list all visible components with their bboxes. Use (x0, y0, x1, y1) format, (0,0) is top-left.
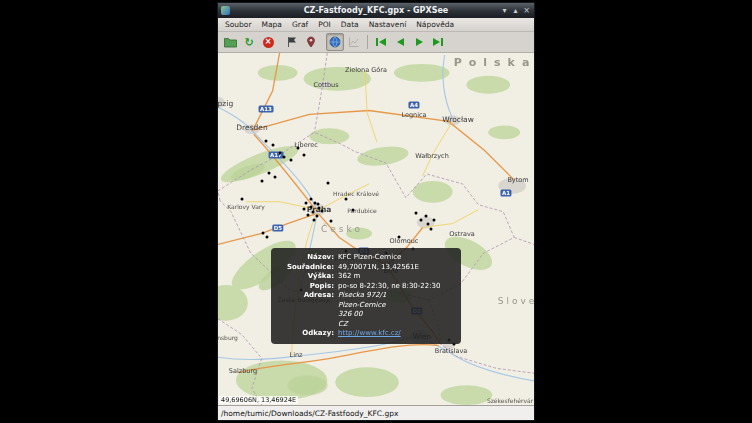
titlebar[interactable]: CZ-Fastfoody_KFC.gpx - GPXSee ▾ ▴ × (218, 3, 534, 18)
poi-marker[interactable] (265, 140, 268, 143)
road-shield: A1 (500, 190, 511, 197)
tooltip-name-label: Název: (278, 253, 334, 263)
poi-marker[interactable] (310, 198, 313, 201)
next-file-icon (416, 38, 423, 46)
address-line: 326 00 (338, 310, 454, 320)
poi-marker[interactable] (272, 144, 275, 147)
maximize-button[interactable]: ▴ (511, 6, 520, 16)
show-graphs-button[interactable] (345, 33, 363, 51)
kfc-website-link[interactable]: http://www.kfc.cz/ (338, 329, 401, 337)
minimize-button[interactable]: ▾ (500, 6, 509, 16)
poi-marker[interactable] (352, 209, 355, 212)
tooltip-elevation-value: 362 m (338, 272, 454, 282)
close-button[interactable]: × (522, 6, 531, 16)
poi-marker[interactable] (297, 147, 300, 150)
poi-marker[interactable] (345, 198, 348, 201)
poi-marker[interactable] (327, 182, 330, 185)
last-file-button[interactable] (429, 33, 447, 51)
gpxsee-window: CZ-Fastfoody_KFC.gpx - GPXSee ▾ ▴ × Soub… (217, 2, 535, 421)
open-file-button[interactable] (221, 33, 239, 51)
poi-marker[interactable] (261, 180, 264, 183)
poi-marker[interactable] (330, 220, 333, 223)
map-viewport[interactable]: LeipzigCottbusZielona GóraDresdenLegnica… (218, 53, 534, 405)
tooltip-address-value: Pisecka 972/1 Plzen-Cernice 326 00 CZ (338, 291, 454, 329)
poi-marker[interactable] (266, 236, 269, 239)
poi-pin-icon (305, 33, 317, 52)
reload-icon: ↻ (244, 37, 253, 48)
map-city-label: Legnica (401, 111, 426, 119)
poi-marker[interactable] (317, 203, 320, 206)
previous-file-icon (397, 38, 404, 46)
menu-napoveda[interactable]: Nápověda (411, 18, 459, 31)
map-city-label: Wrocław (442, 115, 474, 124)
map-city-label: Wałbrzych (415, 152, 449, 160)
window-buttons: ▾ ▴ × (500, 6, 534, 16)
poi-marker[interactable] (305, 202, 308, 205)
road-shield: A4 (408, 102, 419, 109)
map-city-label: Hradec Králové (333, 190, 379, 197)
overlap-poi-button[interactable] (302, 33, 320, 51)
poi-marker[interactable] (268, 172, 271, 175)
menu-mapa[interactable]: Mapa (257, 18, 287, 31)
poi-flag-icon (286, 33, 298, 52)
poi-marker[interactable] (398, 236, 401, 239)
map-city-label: Karlovy Vary (227, 203, 265, 210)
poi-marker[interactable] (321, 210, 324, 213)
tooltip-links-label: Odkazy: (278, 329, 334, 339)
poi-marker[interactable] (241, 198, 244, 201)
poi-marker[interactable] (313, 219, 316, 222)
next-file-button[interactable] (410, 33, 428, 51)
graph-icon (348, 33, 360, 52)
poi-marker[interactable] (283, 156, 286, 159)
map-city-label: Bratislava (435, 347, 467, 355)
menu-data[interactable]: Data (336, 18, 364, 31)
map-city-label: Zielona Góra (345, 66, 387, 74)
previous-file-button[interactable] (391, 33, 409, 51)
close-file-button[interactable]: × (259, 33, 277, 51)
poi-marker[interactable] (279, 152, 282, 155)
road-shield: A13 (259, 106, 274, 113)
map-city-label: Regensburg (218, 334, 238, 341)
poi-marker[interactable] (430, 228, 433, 231)
menu-soubor[interactable]: Soubor (220, 18, 257, 31)
poi-marker[interactable] (415, 212, 418, 215)
tooltip-address-label: Adresa: (278, 291, 334, 329)
menu-graf[interactable]: Graf (287, 18, 313, 31)
poi-marker[interactable] (307, 214, 310, 217)
poi-marker[interactable] (312, 211, 315, 214)
poi-marker[interactable] (303, 154, 306, 157)
reload-button[interactable]: ↻ (240, 33, 258, 51)
cursor-coordinates: 49,69606N, 13,46924E (219, 396, 298, 405)
show-map-button[interactable] (326, 33, 344, 51)
map-city-label: Polska (454, 56, 534, 69)
map-city-label: Bytom (507, 176, 528, 184)
show-poi-button[interactable] (283, 33, 301, 51)
map-city-label: Leipzig (218, 99, 233, 108)
poi-marker[interactable] (316, 215, 319, 218)
poi-marker[interactable] (425, 215, 428, 218)
menubar: Soubor Mapa Graf POI Data Nastavení Nápo… (218, 18, 534, 32)
address-line: Plzen-Cernice (338, 301, 454, 311)
address-line: Pisecka 972/1 (338, 291, 454, 301)
map-city-label: Székesfehérvár (487, 397, 533, 404)
map-city-label: Česko (321, 224, 363, 234)
window-title: CZ-Fastfoody_KFC.gpx - GPXSee (218, 3, 534, 18)
tooltip-coordinates-label: Souřadnice: (278, 263, 334, 273)
poi-marker[interactable] (310, 206, 313, 209)
open-file-path: /home/tumic/Downloads/CZ-Fastfoody_KFC.g… (221, 409, 398, 418)
poi-marker[interactable] (420, 219, 423, 222)
first-file-button[interactable] (372, 33, 390, 51)
desktop: { "colors": { "accent-green": "#1f9a1f",… (0, 0, 752, 423)
poi-marker[interactable] (262, 232, 265, 235)
menu-poi[interactable]: POI (313, 18, 336, 31)
poi-marker[interactable] (274, 176, 277, 179)
globe-icon (329, 33, 341, 52)
poi-marker[interactable] (290, 159, 293, 162)
poi-marker[interactable] (433, 219, 436, 222)
map-city-label: Slovensko (498, 296, 534, 306)
menu-nastaveni[interactable]: Nastavení (364, 18, 412, 31)
poi-marker[interactable] (427, 223, 430, 226)
road-shield: D5 (272, 225, 283, 232)
statusbar: /home/tumic/Downloads/CZ-Fastfoody_KFC.g… (218, 405, 534, 420)
poi-marker[interactable] (303, 208, 306, 211)
